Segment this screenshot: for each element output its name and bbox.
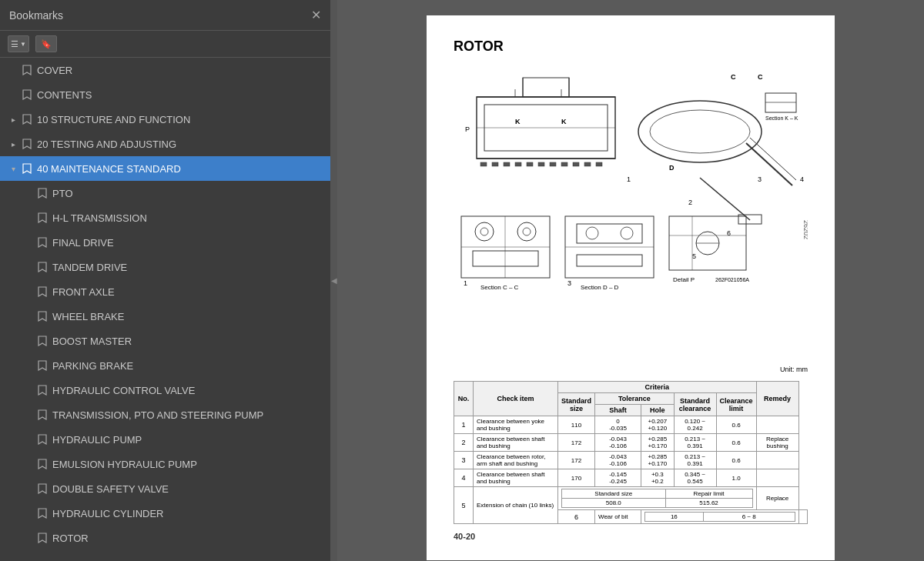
document-scroll[interactable]: ROTOR K: [337, 0, 924, 561]
svg-rect-16: [515, 162, 521, 166]
chevron-left-icon: ◀: [331, 276, 337, 285]
svg-point-45: [475, 222, 494, 241]
bookmark-label: WHEEL BRAKE: [52, 311, 124, 322]
bookmark-ribbon-icon: [22, 138, 32, 150]
expand-icon: [23, 237, 34, 248]
svg-rect-22: [584, 162, 591, 166]
bookmark-label: 10 STRUCTURE AND FUNCTION: [37, 114, 190, 125]
svg-rect-15: [504, 162, 510, 166]
svg-text:3: 3: [567, 279, 571, 287]
svg-text:C: C: [731, 73, 736, 81]
bookmark-label: H-L TRANSMISSION: [52, 212, 147, 224]
bookmark-item-maintenance[interactable]: ▾ 40 MAINTENANCE STANDARD: [0, 156, 330, 181]
bookmark-item-hl-transmission[interactable]: H-L TRANSMISSION: [0, 205, 330, 230]
bookmark-ribbon-icon: [37, 212, 48, 224]
svg-text:Section D – D: Section D – D: [581, 284, 619, 291]
bookmark-label: ROTOR: [52, 533, 89, 544]
bookmark-item-parking-brake[interactable]: PARKING BRAKE: [0, 353, 330, 378]
expand-icon: [23, 385, 34, 396]
svg-rect-57: [577, 255, 642, 266]
expand-icon: [23, 434, 34, 445]
resize-handle[interactable]: ◀: [331, 0, 337, 561]
bookmark-item-hydraulic-pump[interactable]: HYDRAULIC PUMP: [0, 427, 330, 452]
bookmark-item-front-axle[interactable]: FRONT AXLE: [0, 279, 330, 304]
expand-icon: [23, 409, 34, 420]
svg-text:4: 4: [800, 175, 804, 183]
bookmark-item-hydraulic-control[interactable]: HYDRAULIC CONTROL VALVE: [0, 378, 330, 402]
svg-text:262F021056A: 262F021056A: [715, 277, 749, 282]
bookmark-label: HYDRAULIC PUMP: [52, 434, 142, 446]
toolbar-list-button[interactable]: ☰ ▼: [8, 35, 29, 52]
bookmark-ribbon-icon: [37, 458, 48, 470]
bookmarks-header: Bookmarks ✕: [0, 0, 330, 31]
bookmark-item-wheel-brake[interactable]: WHEEL BRAKE: [0, 304, 330, 329]
bookmark-item-emulsion-pump[interactable]: EMULSION HYDRAULIC PUMP: [0, 452, 330, 476]
expand-icon: ▸: [8, 114, 18, 125]
bookmark-ribbon-icon: [37, 359, 48, 372]
svg-rect-20: [561, 162, 567, 166]
bookmark-ribbon-icon: [37, 384, 48, 396]
bookmark-label: 40 MAINTENANCE STANDARD: [37, 163, 181, 175]
col-clearance-limit: Clearance limit: [716, 393, 756, 416]
col-std-clearance: Standard clearance: [674, 393, 716, 416]
bookmarks-title: Bookmarks: [9, 9, 63, 22]
svg-point-48: [523, 228, 531, 235]
bookmark-item-rotor[interactable]: ROTOR: [0, 526, 330, 550]
bookmark-ribbon-icon: [37, 261, 48, 273]
expand-icon: [23, 188, 34, 199]
expand-icon: [23, 262, 34, 272]
bookmark-item-cover[interactable]: COVER: [0, 58, 330, 82]
technical-diagram: K K P: [454, 66, 808, 354]
table-row: 4 Clearance between shaft and bushing 17…: [454, 469, 808, 487]
bookmark-ribbon-icon: [37, 532, 48, 544]
bookmark-ribbon-icon: [22, 64, 32, 76]
svg-rect-7: [523, 78, 569, 97]
table-row: 1 Clearance between yoke and bushing 110…: [454, 416, 808, 434]
bookmark-label: COVER: [37, 65, 72, 76]
bookmark-item-contents[interactable]: CONTENTS: [0, 82, 330, 107]
expand-icon: [8, 89, 18, 100]
dropdown-icon: ▼: [20, 41, 26, 48]
svg-rect-14: [492, 162, 498, 166]
bookmark-label: TRANSMISSION, PTO AND STEERING PUMP: [52, 409, 263, 421]
expand-icon: [23, 212, 34, 223]
svg-text:D: D: [669, 164, 675, 172]
svg-text:Detail P: Detail P: [673, 276, 695, 283]
svg-point-25: [650, 110, 750, 153]
bookmark-item-testing[interactable]: ▸ 20 TESTING AND ADJUSTING: [0, 132, 330, 156]
bookmark-label: PTO: [52, 188, 73, 199]
bookmark-item-pto[interactable]: PTO: [0, 181, 330, 205]
bookmark-item-transmission-pump[interactable]: TRANSMISSION, PTO AND STEERING PUMP: [0, 402, 330, 427]
expand-icon: [23, 360, 34, 371]
page-footer: 40-20: [454, 532, 808, 541]
svg-line-28: [746, 143, 792, 185]
col-no: No.: [454, 382, 474, 416]
expand-icon: ▾: [8, 163, 18, 174]
table-row: 5Extension of chain (10 links) Standard …: [454, 487, 808, 510]
svg-rect-19: [550, 162, 556, 166]
svg-rect-21: [573, 162, 579, 166]
svg-text:1: 1: [464, 279, 467, 287]
toolbar-bookmark-button[interactable]: 🔖: [35, 35, 57, 52]
bookmark-item-hydraulic-cylinder[interactable]: HYDRAULIC CYLINDER: [0, 501, 330, 526]
bookmark-label: PARKING BRAKE: [52, 360, 133, 372]
svg-rect-23: [596, 162, 602, 166]
svg-line-40: [700, 178, 750, 220]
svg-text:1: 1: [627, 175, 631, 183]
close-button[interactable]: ✕: [311, 9, 321, 22]
bookmark-label: FRONT AXLE: [52, 286, 115, 298]
col-shaft: Shaft: [595, 405, 641, 416]
col-hole: Hole: [641, 405, 675, 416]
bookmark-item-double-safety[interactable]: DOUBLE SAFETY VALVE: [0, 476, 330, 501]
bookmark-item-boost-master[interactable]: BOOST MASTER: [0, 329, 330, 353]
bookmark-item-final-drive[interactable]: FINAL DRIVE: [0, 230, 330, 255]
bookmark-item-tandem-drive[interactable]: TANDEM DRIVE: [0, 255, 330, 279]
svg-rect-13: [480, 162, 487, 166]
svg-point-46: [480, 228, 488, 235]
bookmark-label: CONTENTS: [37, 89, 92, 101]
bookmark-ribbon-icon: [37, 433, 48, 446]
bookmark-label: HYDRAULIC CYLINDER: [52, 508, 163, 519]
bookmark-ribbon-icon: [37, 286, 48, 298]
bookmark-item-structure[interactable]: ▸ 10 STRUCTURE AND FUNCTION: [0, 107, 330, 132]
bookmark-ribbon-icon: [37, 236, 48, 249]
